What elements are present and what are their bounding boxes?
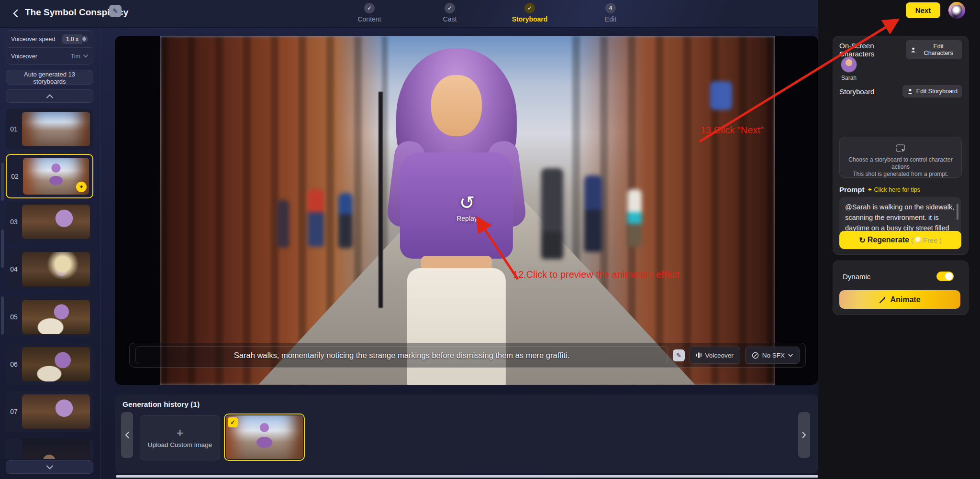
voiceover-select[interactable]: Tim [71, 53, 88, 60]
storyboard-thumb-03[interactable]: 03 [6, 201, 93, 242]
voiceover-speed-value[interactable]: 1.0 x [62, 34, 82, 44]
check-icon: ✓ [524, 3, 535, 13]
step-label: Storyboard [499, 15, 561, 23]
pencil-icon: ✎ [676, 352, 681, 359]
ai-enhance-badge-icon: ✦ [76, 182, 87, 192]
toggle-knob [945, 272, 953, 280]
sfx-select-button[interactable]: No SFX [745, 347, 800, 364]
prompt-tips-link[interactable]: ✦ Click here for tips [868, 186, 921, 193]
auto-generated-storyboards-button[interactable]: Auto generated 13 storyboards [6, 70, 93, 85]
back-button[interactable] [9, 7, 22, 20]
step-number-badge: 4 [605, 3, 616, 13]
top-bar: The Symbol Conspiracy ✎ ✓ Content ✓ Cast… [0, 0, 818, 28]
person-edit-icon [907, 88, 913, 95]
step-storyboard[interactable]: ✓ Storyboard [499, 3, 561, 23]
replay-icon: ↺ [452, 194, 482, 212]
choose-storyboard-box[interactable]: Choose a storyboard to control character… [839, 137, 962, 178]
voiceover-value: Tim [71, 53, 80, 60]
step-label: Cast [419, 15, 481, 23]
step-cast[interactable]: ✓ Cast [419, 3, 481, 23]
stepper-down-icon[interactable] [82, 39, 86, 42]
generation-thumb-selected[interactable]: ✓ [224, 414, 305, 461]
step-label: Content [338, 15, 401, 23]
character-avatar-sarah[interactable] [841, 56, 857, 73]
storyboard-section-label: Storyboard [839, 87, 874, 96]
replay-button[interactable]: ↺ Replay [452, 194, 482, 222]
waveform-icon [696, 352, 702, 358]
upload-custom-image-button[interactable]: + Upload Custom Image [140, 415, 220, 460]
chevron-down-icon [83, 54, 88, 58]
history-prev-button[interactable] [121, 412, 133, 458]
next-button[interactable]: Next [906, 2, 940, 18]
sidebar-scrollbar[interactable] [1, 296, 4, 335]
step-content[interactable]: ✓ Content [338, 3, 401, 23]
sidebar-scrollbar[interactable] [1, 229, 4, 268]
person-edit-icon [911, 47, 916, 53]
edit-caption-button[interactable]: ✎ [673, 349, 685, 361]
edit-characters-button[interactable]: Edit Characters [906, 40, 962, 59]
storyboard-image [22, 347, 90, 381]
collapse-up-button[interactable] [6, 89, 93, 103]
right-panel: Next On-Screen Characters Edit Character… [818, 0, 980, 479]
selected-check-icon: ✓ [228, 417, 238, 427]
stepper-up-icon[interactable] [82, 36, 86, 39]
history-next-button[interactable] [798, 412, 810, 458]
app-root: The Symbol Conspiracy ✎ ✓ Content ✓ Cast… [0, 0, 980, 479]
caption-bar: Sarah walks, momentarily noticing the st… [129, 343, 806, 368]
chevron-up-icon [46, 94, 53, 98]
shot-settings-card: On-Screen Characters Edit Characters Sar… [833, 36, 969, 255]
dynamic-toggle[interactable] [936, 272, 954, 281]
step-edit[interactable]: 4 Edit [579, 3, 642, 23]
chevron-right-icon [802, 432, 806, 438]
regenerate-icon: ↻ [859, 236, 865, 245]
storyboard-image [22, 112, 90, 146]
animate-button[interactable]: Animate [839, 290, 960, 309]
prompt-scrollbar[interactable] [957, 204, 958, 220]
sidebar-scrollbar[interactable] [1, 163, 4, 201]
storyboard-thumb-08[interactable]: 08 [6, 438, 93, 459]
credit-coin-icon [915, 237, 922, 243]
storyboard-image: ✦ [23, 158, 89, 195]
chevron-down-icon [46, 465, 53, 469]
storyboard-thumb-06[interactable]: 06 [6, 344, 93, 385]
sfx-off-icon [752, 352, 759, 359]
user-avatar[interactable] [948, 2, 965, 19]
chevron-down-icon [788, 354, 793, 357]
caption-input[interactable]: Sarah walks, momentarily noticing the st… [135, 346, 668, 364]
shot-preview-canvas: ↺ Replay Sarah walks, momentarily notici… [115, 36, 818, 385]
collapse-down-button[interactable] [6, 460, 93, 474]
storyboard-thumb-01[interactable]: 01 [6, 109, 93, 150]
storyboard-image [22, 252, 90, 286]
caption-text: Sarah walks, momentarily noticing the st… [234, 351, 569, 360]
magic-wand-icon [879, 296, 887, 304]
choose-storyboard-line2: This shot is generated from a prompt. [840, 171, 961, 178]
storyboard-thumb-07[interactable]: 07 [6, 391, 93, 432]
voiceover-speed-label: Voiceover speed [11, 36, 55, 43]
storyboard-image [22, 438, 90, 459]
generation-history-panel: Generation history (1) + Upload Custom I… [115, 394, 818, 473]
storyboard-image [22, 205, 90, 239]
generation-history-title: Generation history (1) [122, 400, 200, 409]
scene-graffiti [710, 81, 732, 110]
voiceover-button[interactable]: Voiceover [690, 347, 740, 364]
chevron-left-icon [12, 9, 18, 18]
choose-storyboard-line1: Choose a storyboard to control character… [840, 156, 961, 171]
storyboard-image [22, 394, 90, 429]
storyboard-thumb-04[interactable]: 04 [6, 249, 93, 290]
horizontal-scrollbar[interactable] [116, 475, 818, 478]
edit-storyboard-button[interactable]: Edit Storyboard [902, 85, 962, 98]
storyboard-number: 01 [6, 125, 22, 133]
sparkle-icon: ✦ [868, 186, 872, 193]
voiceover-speed-stepper[interactable]: 1.0 x [62, 34, 88, 44]
storyboard-thumb-02-selected[interactable]: 02 ✦ [6, 154, 93, 198]
regenerate-button[interactable]: ↻ Regenerate (Free ) [839, 231, 961, 249]
check-icon: ✓ [445, 3, 455, 13]
storyboard-thumb-05[interactable]: 05 [6, 296, 93, 337]
storyboard-number: 03 [6, 218, 22, 226]
upload-label: Upload Custom Image [148, 441, 212, 448]
sidebar-divider [100, 27, 101, 479]
edit-title-button[interactable]: ✎ [109, 5, 122, 17]
prompt-label: Prompt [839, 185, 865, 194]
storyboard-image [22, 300, 90, 334]
dynamic-label: Dynamic [843, 272, 870, 281]
